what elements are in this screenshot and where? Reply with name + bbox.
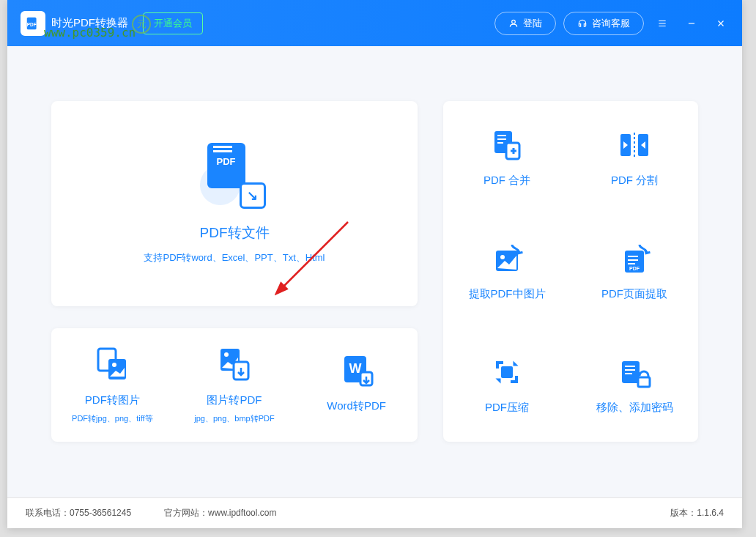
svg-rect-20: [501, 366, 513, 378]
item-title: PDF页面提取: [601, 287, 667, 301]
pdf-compress-icon: [490, 355, 524, 389]
app-title: 时光PDF转换器: [51, 16, 128, 30]
left-column: ↘ PDF转文件 支持PDF转word、Excel、PPT、Txt、Html P…: [51, 101, 418, 468]
menu-icon: [657, 18, 667, 29]
pdf-to-image-item[interactable]: PDF转图片 PDF转jpg、png、tiff等: [57, 346, 167, 424]
svg-text:PDF: PDF: [27, 21, 37, 26]
right-column: PDF 合并 PDF 分割 提取PDF中图片 PDF: [443, 101, 698, 468]
image-to-pdf-icon: [216, 346, 253, 382]
pdf-password-item[interactable]: 移除、添加密码: [596, 355, 673, 415]
vip-button[interactable]: 开通会员: [143, 12, 203, 34]
item-subtitle: jpg、png、bmp转PDF: [194, 413, 274, 424]
menu-button[interactable]: [651, 12, 673, 34]
pdf-to-file-icon: ↘: [204, 143, 266, 205]
item-title: Word转PDF: [327, 399, 386, 413]
pdf-merge-item[interactable]: PDF 合并: [483, 128, 530, 188]
pdf-split-item[interactable]: PDF 分割: [611, 128, 658, 188]
tools-grid-card: PDF 合并 PDF 分割 提取PDF中图片 PDF: [443, 101, 698, 442]
footer: 联系电话：0755-36561245 官方网站：www.ipdftool.com…: [7, 497, 742, 528]
svg-rect-21: [622, 361, 640, 383]
pdf-page-extract-icon: PDF: [618, 242, 651, 275]
item-title: 图片转PDF: [207, 393, 262, 407]
pdf-compress-item[interactable]: PDF压缩: [485, 355, 529, 415]
svg-point-7: [224, 352, 229, 357]
main-content: ↘ PDF转文件 支持PDF转word、Excel、PPT、Txt、Html P…: [7, 46, 742, 497]
app-logo-icon: PDF: [21, 11, 45, 36]
item-title: PDF压缩: [485, 401, 529, 415]
close-button[interactable]: [710, 12, 732, 34]
item-subtitle: PDF转jpg、png、tiff等: [72, 413, 152, 424]
extract-image-icon: [490, 242, 524, 275]
footer-version: 版本：1.1.6.4: [670, 507, 724, 519]
minimize-button[interactable]: [681, 12, 703, 34]
watermark-badge: 元: [132, 15, 151, 34]
pdf-to-file-card[interactable]: ↘ PDF转文件 支持PDF转word、Excel、PPT、Txt、Html: [51, 101, 418, 306]
app-window: PDF 时光PDF转换器 开通会员 登陆 咨询客服: [7, 0, 742, 528]
headset-icon: [577, 18, 588, 29]
logo-group: PDF 时光PDF转换器: [21, 11, 128, 36]
item-title: PDF 合并: [483, 174, 530, 188]
bottom-conversion-card: PDF转图片 PDF转jpg、png、tiff等 图片转PDF jpg、png、…: [51, 328, 418, 442]
image-to-pdf-item[interactable]: 图片转PDF jpg、png、bmp转PDF: [179, 346, 289, 424]
extract-image-item[interactable]: 提取PDF中图片: [469, 242, 546, 301]
pdf-split-icon: [618, 128, 651, 162]
svg-text:PDF: PDF: [629, 266, 640, 271]
titlebar-controls: 登陆 咨询客服: [494, 12, 732, 35]
footer-phone: 联系电话：0755-36561245: [26, 507, 131, 519]
minimize-icon: [686, 18, 697, 29]
main-card-subtitle: 支持PDF转word、Excel、PPT、Txt、Html: [144, 251, 325, 264]
svg-point-5: [112, 363, 116, 367]
login-button[interactable]: 登陆: [494, 12, 556, 35]
svg-point-2: [512, 20, 516, 23]
pdf-merge-icon: [490, 128, 524, 162]
svg-rect-22: [638, 377, 650, 387]
close-icon: [716, 18, 726, 29]
pdf-to-image-icon: [94, 346, 130, 382]
item-title: 提取PDF中图片: [469, 287, 546, 301]
titlebar: PDF 时光PDF转换器 开通会员 登陆 咨询客服: [7, 0, 742, 46]
item-title: PDF 分割: [611, 174, 658, 188]
svg-point-17: [500, 255, 505, 259]
word-to-pdf-icon: W: [338, 352, 375, 388]
item-title: PDF转图片: [85, 393, 140, 407]
user-icon: [508, 18, 519, 29]
pdf-page-extract-item[interactable]: PDF PDF页面提取: [601, 242, 667, 301]
main-card-title: PDF转文件: [200, 223, 270, 242]
footer-site: 官方网站：www.ipdftool.com: [164, 507, 276, 519]
word-to-pdf-item[interactable]: W Word转PDF: [302, 352, 412, 419]
pdf-password-icon: [618, 355, 651, 389]
item-title: 移除、添加密码: [596, 401, 673, 415]
support-button[interactable]: 咨询客服: [563, 12, 644, 35]
